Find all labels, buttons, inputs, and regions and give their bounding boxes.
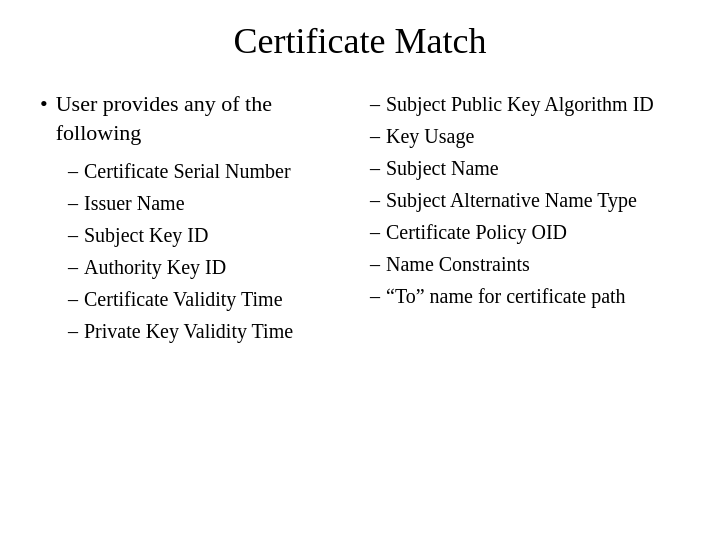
left-column: • User provides any of the following – C… bbox=[40, 90, 350, 349]
dash-icon: – bbox=[370, 90, 380, 118]
dash-icon: – bbox=[68, 285, 78, 313]
dash-icon: – bbox=[68, 253, 78, 281]
dash-icon: – bbox=[370, 282, 380, 310]
dash-icon: – bbox=[370, 218, 380, 246]
list-item: – Certificate Serial Number bbox=[68, 157, 350, 185]
list-item-label: Name Constraints bbox=[386, 250, 530, 278]
list-item-label: Authority Key ID bbox=[84, 253, 226, 281]
left-list: – Certificate Serial Number – Issuer Nam… bbox=[40, 157, 350, 345]
page: Certificate Match • User provides any of… bbox=[0, 0, 720, 540]
dash-icon: – bbox=[68, 317, 78, 345]
list-item-label: Key Usage bbox=[386, 122, 474, 150]
list-item: – Authority Key ID bbox=[68, 253, 350, 281]
list-item-label: Certificate Validity Time bbox=[84, 285, 283, 313]
bullet-header-text: User provides any of the following bbox=[56, 90, 350, 147]
dash-icon: – bbox=[68, 221, 78, 249]
page-title: Certificate Match bbox=[40, 20, 680, 62]
list-item: – Private Key Validity Time bbox=[68, 317, 350, 345]
list-item: – Subject Public Key Algorithm ID bbox=[370, 90, 680, 118]
content-section: • User provides any of the following – C… bbox=[40, 90, 680, 349]
list-item: – Issuer Name bbox=[68, 189, 350, 217]
list-item: – Name Constraints bbox=[370, 250, 680, 278]
list-item: – Subject Name bbox=[370, 154, 680, 182]
list-item: – Certificate Validity Time bbox=[68, 285, 350, 313]
list-item-label: Subject Public Key Algorithm ID bbox=[386, 90, 654, 118]
list-item: – Certificate Policy OID bbox=[370, 218, 680, 246]
list-item-label: Subject Alternative Name Type bbox=[386, 186, 637, 214]
list-item-label: Subject Name bbox=[386, 154, 499, 182]
list-item-label: Private Key Validity Time bbox=[84, 317, 293, 345]
list-item-label: Subject Key ID bbox=[84, 221, 208, 249]
dash-icon: – bbox=[68, 157, 78, 185]
list-item: – Key Usage bbox=[370, 122, 680, 150]
right-column: – Subject Public Key Algorithm ID – Key … bbox=[370, 90, 680, 349]
list-item-label: Certificate Policy OID bbox=[386, 218, 567, 246]
bullet-header: • User provides any of the following bbox=[40, 90, 350, 147]
list-item-label: “To” name for certificate path bbox=[386, 282, 626, 310]
bullet-symbol: • bbox=[40, 90, 48, 119]
dash-icon: – bbox=[68, 189, 78, 217]
dash-icon: – bbox=[370, 250, 380, 278]
dash-icon: – bbox=[370, 154, 380, 182]
right-list: – Subject Public Key Algorithm ID – Key … bbox=[370, 90, 680, 310]
list-item: – Subject Key ID bbox=[68, 221, 350, 249]
list-item-label: Issuer Name bbox=[84, 189, 185, 217]
list-item: – Subject Alternative Name Type bbox=[370, 186, 680, 214]
list-item: – “To” name for certificate path bbox=[370, 282, 680, 310]
dash-icon: – bbox=[370, 186, 380, 214]
dash-icon: – bbox=[370, 122, 380, 150]
list-item-label: Certificate Serial Number bbox=[84, 157, 291, 185]
